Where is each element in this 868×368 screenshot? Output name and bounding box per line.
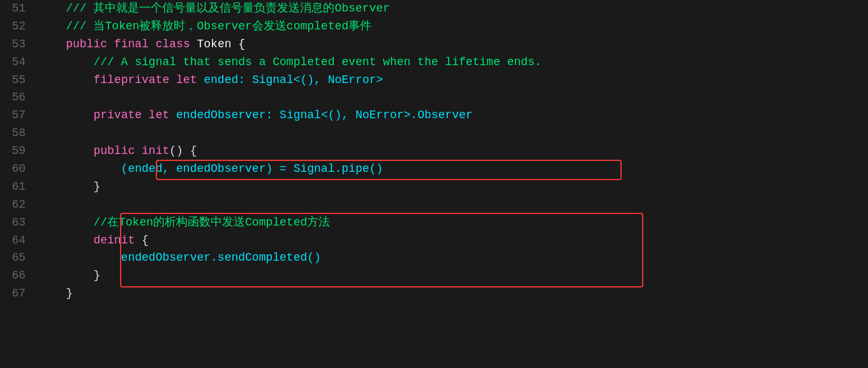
- code-line-57: private let endedObserver: Signal<(), No…: [38, 107, 868, 125]
- code-line-58: [38, 125, 868, 142]
- code-line-56: [38, 89, 868, 107]
- code-line-60: (ended, endedObserver) = Signal.pipe(): [38, 160, 868, 178]
- line-num-67: 67: [5, 285, 26, 303]
- line-num-62: 62: [5, 196, 26, 214]
- line-num-52: 52: [5, 18, 26, 36]
- code-line-51: /// 其中就是一个信号量以及信号量负责发送消息的Observer: [38, 0, 868, 18]
- code-line-64: deinit {: [38, 232, 868, 250]
- line-num-61: 61: [5, 178, 26, 196]
- line-num-53: 53: [5, 36, 26, 54]
- line-num-64: 64: [5, 232, 26, 250]
- code-line-61: }: [38, 178, 868, 196]
- line-num-58: 58: [5, 125, 26, 142]
- code-line-63: //在Token的析构函数中发送Completed方法: [38, 214, 868, 232]
- code-line-54: /// A signal that sends a Completed even…: [38, 54, 868, 72]
- line-num-55: 55: [5, 72, 26, 89]
- code-line-53: public final class Token {: [38, 36, 868, 54]
- code-content: /// 其中就是一个信号量以及信号量负责发送消息的Observer /// 当T…: [33, 0, 868, 368]
- line-num-51: 51: [5, 0, 26, 18]
- line-num-63: 63: [5, 214, 26, 232]
- line-num-59: 59: [5, 142, 26, 160]
- line-numbers: 51 52 53 54 55 56 57 58 59 60 61 62 63 6…: [0, 0, 33, 368]
- code-line-59: public init() {: [38, 142, 868, 160]
- line-num-54: 54: [5, 54, 26, 72]
- line-num-60: 60: [5, 160, 26, 178]
- code-line-52: /// 当Token被释放时，Observer会发送completed事件: [38, 18, 868, 36]
- line-num-57: 57: [5, 107, 26, 125]
- code-editor: 51 52 53 54 55 56 57 58 59 60 61 62 63 6…: [0, 0, 868, 368]
- line-num-66: 66: [5, 267, 26, 285]
- line-num-65: 65: [5, 249, 26, 267]
- code-line-62: [38, 196, 868, 214]
- code-line-65: endedObserver.sendCompleted(): [38, 249, 868, 267]
- code-line-66: }: [38, 267, 868, 285]
- code-line-67: }: [38, 285, 868, 303]
- line-num-56: 56: [5, 89, 26, 107]
- code-line-55: fileprivate let ended: Signal<(), NoErro…: [38, 72, 868, 89]
